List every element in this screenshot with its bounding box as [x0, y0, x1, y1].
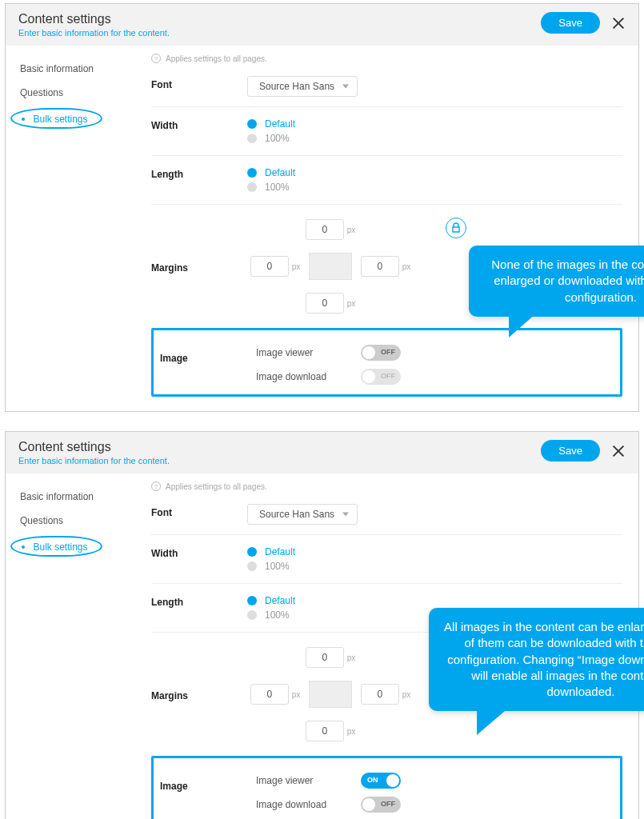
length-label: Length [151, 593, 247, 608]
hint-text: Applies settings to all pages. [166, 482, 267, 491]
width-row: Width Default 100% [151, 534, 622, 583]
callout-text: None of the images in the content can be… [491, 258, 644, 304]
content-area: ? Applies settings to all pages. Font So… [142, 46, 638, 411]
length-option-default[interactable]: Default [247, 593, 622, 608]
unit-label: px [347, 653, 356, 662]
image-download-row: Image download OFF [256, 797, 401, 813]
hint-text: Applies settings to all pages. [166, 54, 267, 63]
image-download-toggle: OFF [361, 369, 401, 385]
callout-bubble: None of the images in the content can be… [469, 246, 644, 317]
radio-label: 100% [265, 133, 290, 144]
save-button[interactable]: Save [541, 440, 600, 461]
sidebar-item-label: Bulk settings [33, 114, 87, 125]
width-option-100[interactable]: 100% [247, 131, 622, 146]
font-select[interactable]: Source Han Sans [247, 504, 358, 525]
font-label: Font [151, 504, 247, 518]
font-row: Font Source Han Sans [151, 501, 622, 534]
callout-bubble: All images in the content can be enlarge… [429, 608, 644, 711]
content-area: ? Applies settings to all pages. Font So… [142, 473, 638, 819]
font-select[interactable]: Source Han Sans [247, 76, 358, 97]
save-button[interactable]: Save [541, 12, 600, 34]
width-label: Width [151, 117, 247, 131]
active-dot-icon [22, 545, 25, 549]
length-option-default[interactable]: Default [247, 166, 622, 180]
width-label: Width [151, 545, 247, 559]
unit-label: px [402, 690, 411, 699]
radio-label: 100% [265, 561, 290, 572]
sidebar-item-basic[interactable]: Basic information [6, 57, 142, 81]
hint-row: ? Applies settings to all pages. [151, 481, 622, 491]
callout-tail [509, 314, 536, 338]
image-download-label: Image download [256, 799, 340, 810]
image-section: Image Image viewer OFF Image download [151, 328, 622, 397]
sidebar-item-basic[interactable]: Basic information [6, 485, 142, 509]
width-option-100[interactable]: 100% [247, 559, 622, 573]
settings-panel: Content settings Enter basic information… [5, 3, 639, 412]
unit-label: px [292, 262, 301, 271]
switch-text: ON [367, 776, 378, 784]
radio-dot-icon [247, 168, 257, 178]
sidebar-item-questions[interactable]: Questions [6, 81, 142, 105]
margin-right-input[interactable] [361, 256, 399, 277]
switch-text: OFF [381, 800, 395, 808]
radio-dot-icon [247, 182, 257, 192]
margin-top-input[interactable] [306, 647, 344, 668]
margin-bottom-input[interactable] [306, 293, 344, 314]
radio-label: 100% [265, 609, 290, 621]
image-viewer-row: Image viewer ON [256, 773, 401, 789]
image-label: Image [160, 345, 256, 364]
margin-right-input[interactable] [361, 684, 399, 705]
callout-tail [477, 706, 510, 735]
radio-label: Default [265, 118, 295, 130]
unit-label: px [347, 299, 356, 308]
settings-panel: Content settings Enter basic information… [5, 431, 639, 819]
image-viewer-label: Image viewer [256, 775, 340, 786]
switch-knob [362, 370, 375, 383]
length-option-100[interactable]: 100% [247, 180, 622, 194]
margins-grid: px px px [247, 214, 414, 318]
sidebar: Basic information Questions Bulk setting… [6, 46, 142, 411]
margin-left-input[interactable] [250, 684, 289, 705]
close-icon[interactable] [611, 444, 626, 458]
margin-top-input[interactable] [306, 219, 344, 240]
font-label: Font [151, 76, 247, 90]
page-subtitle: Enter basic information for the content. [18, 28, 170, 38]
active-dot-icon [22, 118, 25, 121]
radio-dot-icon [247, 547, 257, 557]
image-label: Image [160, 773, 256, 792]
callout-text: All images in the content can be enlarge… [444, 620, 644, 698]
lock-margins-button[interactable] [446, 218, 466, 238]
radio-label: 100% [265, 182, 290, 193]
image-viewer-label: Image viewer [256, 347, 340, 358]
sidebar-item-bulk[interactable]: Bulk settings [10, 536, 102, 557]
image-viewer-toggle[interactable]: ON [361, 773, 401, 789]
margins-label: Margins [151, 687, 247, 701]
margin-preview [309, 253, 352, 280]
unit-label: px [347, 226, 356, 234]
radio-dot-icon [247, 119, 257, 129]
radio-dot-icon [247, 134, 257, 143]
panel-header: Content settings Enter basic information… [6, 432, 638, 473]
help-icon[interactable]: ? [151, 54, 161, 63]
lock-icon [451, 222, 461, 234]
width-option-default[interactable]: Default [247, 117, 622, 131]
page-title: Content settings [18, 440, 170, 454]
margin-bottom-input[interactable] [306, 721, 344, 741]
image-download-row: Image download OFF [256, 369, 401, 385]
unit-label: px [402, 262, 411, 271]
length-row: Length Default 100% [151, 155, 622, 204]
sidebar-item-bulk[interactable]: Bulk settings [10, 108, 102, 129]
margins-grid: px px px [247, 642, 414, 746]
image-viewer-toggle[interactable]: OFF [361, 345, 401, 361]
help-icon[interactable]: ? [151, 481, 161, 491]
width-row: Width Default 100% [151, 106, 622, 155]
margin-left-input[interactable] [250, 256, 289, 277]
width-option-default[interactable]: Default [247, 545, 622, 559]
sidebar-item-questions[interactable]: Questions [6, 509, 142, 533]
image-download-toggle[interactable]: OFF [361, 797, 401, 813]
radio-label: Default [265, 546, 295, 557]
radio-label: Default [265, 167, 295, 178]
page-title: Content settings [18, 12, 170, 26]
length-label: Length [151, 166, 247, 180]
close-icon[interactable] [611, 16, 626, 30]
